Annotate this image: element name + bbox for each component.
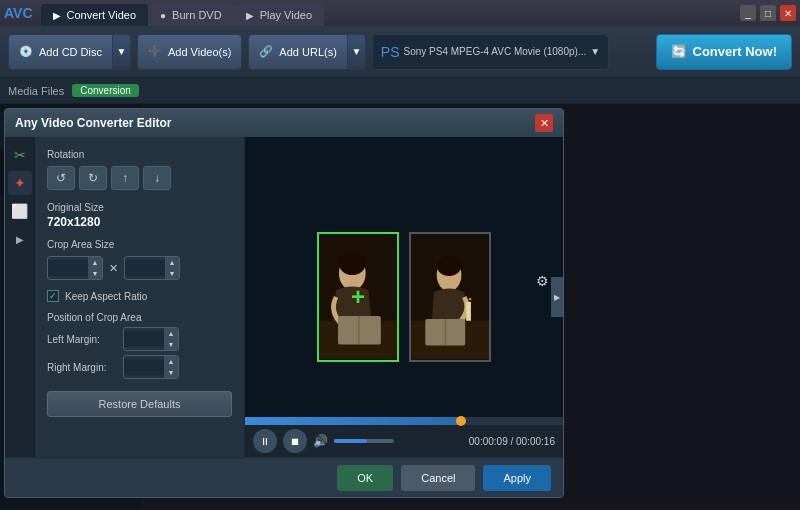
volume-fill xyxy=(334,439,367,443)
volume-slider[interactable] xyxy=(334,439,394,443)
main-toolbar: 💿 Add CD Disc ▼ ➕ Add Video(s) 🔗 Add URL… xyxy=(0,26,800,78)
right-edge-button[interactable]: ▶ xyxy=(551,277,563,317)
settings-panel: Rotation ↺ ↻ ↑ ↓ Original Size 720x1280 … xyxy=(35,137,245,457)
play-tab-icon: ▶ xyxy=(246,10,254,21)
right-margin-label: Right Margin: xyxy=(47,362,117,373)
add-url-split: 🔗 Add URL(s) ▼ xyxy=(248,34,365,70)
tab-bar: ▶ Convert Video ● Burn DVD ▶ Play Video xyxy=(41,0,324,26)
apply-button[interactable]: Apply xyxy=(483,465,551,491)
extra-tool-button[interactable]: ▶ xyxy=(8,227,32,251)
total-time: 00:00:16 xyxy=(516,436,555,447)
maximize-button[interactable]: □ xyxy=(760,5,776,21)
output-format-label: Sony PS4 MPEG-4 AVC Movie (1080p)... xyxy=(404,46,587,57)
rotation-label: Rotation xyxy=(47,149,232,160)
original-size-label: Original Size xyxy=(47,202,232,213)
add-url-label: Add URL(s) xyxy=(279,46,336,58)
preview-frame-left: + xyxy=(317,232,399,362)
rotate-ccw-button[interactable]: ↺ xyxy=(47,166,75,190)
left-margin-row: Left Margin: 0 ▲ ▼ xyxy=(47,327,232,351)
output-format-selector[interactable]: PS Sony PS4 MPEG-4 AVC Movie (1080p)... … xyxy=(372,34,609,70)
preview-panel: + xyxy=(245,137,563,457)
crop-height-input[interactable]: 1280 xyxy=(125,260,165,276)
crop-width-spinners: ▲ ▼ xyxy=(88,257,102,279)
crop-height-input-wrap: 1280 ▲ ▼ xyxy=(124,256,180,280)
time-display: 00:00:09 / 00:00:16 xyxy=(469,436,555,447)
crop-plus-icon: + xyxy=(351,283,365,310)
crop-width-down[interactable]: ▼ xyxy=(88,268,102,279)
editor-tools: ✂ ✦ ⬜ ▶ xyxy=(5,137,35,457)
svg-point-11 xyxy=(437,255,462,276)
add-video-icon: ➕ xyxy=(148,45,162,58)
rotate-cw-button[interactable]: ↻ xyxy=(79,166,107,190)
tab-burn[interactable]: ● Burn DVD xyxy=(148,4,234,26)
current-time: 00:00:09 xyxy=(469,436,508,447)
add-cd-button[interactable]: 💿 Add CD Disc xyxy=(8,34,113,70)
convert-tab-icon: ▶ xyxy=(53,10,61,21)
crop-x-separator: ✕ xyxy=(109,262,118,275)
crop-height-down[interactable]: ▼ xyxy=(165,268,179,279)
close-window-button[interactable]: ✕ xyxy=(780,5,796,21)
burn-tab-icon: ● xyxy=(160,10,166,21)
crop-tool-button[interactable]: ⬜ xyxy=(8,199,32,223)
media-bar: Media Files Conversion xyxy=(0,78,800,104)
left-margin-up[interactable]: ▲ xyxy=(164,328,178,339)
left-margin-down[interactable]: ▼ xyxy=(164,339,178,350)
window-controls: _ □ ✕ xyxy=(740,5,796,21)
crop-width-input[interactable]: 720 xyxy=(48,260,88,276)
minimize-button[interactable]: _ xyxy=(740,5,756,21)
convert-now-button[interactable]: 🔄 Convert Now! xyxy=(656,34,793,70)
scissors-tool-button[interactable]: ✂ xyxy=(8,143,32,167)
add-cd-dropdown[interactable]: ▼ xyxy=(113,34,131,70)
dialog-title: Any Video Converter Editor xyxy=(15,116,171,130)
title-bar: AVC ▶ Convert Video ● Burn DVD ▶ Play Vi… xyxy=(0,0,800,26)
convert-now-label: Convert Now! xyxy=(693,44,778,59)
crop-area-label: Crop Area Size xyxy=(47,239,232,250)
right-margin-input-wrap: 0 ▲ ▼ xyxy=(123,355,179,379)
crop-height-spinners: ▲ ▼ xyxy=(165,257,179,279)
add-url-button[interactable]: 🔗 Add URL(s) xyxy=(248,34,347,70)
dialog-footer: OK Cancel Apply xyxy=(5,457,563,497)
conversion-badge: Conversion xyxy=(72,84,139,97)
add-url-dropdown[interactable]: ▼ xyxy=(348,34,366,70)
tab-convert[interactable]: ▶ Convert Video xyxy=(41,4,149,26)
effects-tool-button[interactable]: ✦ xyxy=(8,171,32,195)
position-label: Position of Crop Area xyxy=(47,312,232,323)
media-files-label: Media Files xyxy=(8,85,64,97)
aspect-ratio-checkbox[interactable]: ✓ xyxy=(47,290,59,302)
ok-button[interactable]: OK xyxy=(337,465,393,491)
right-margin-down[interactable]: ▼ xyxy=(164,367,178,378)
pause-button[interactable]: ⏸ xyxy=(253,429,277,453)
right-margin-spinners: ▲ ▼ xyxy=(164,356,178,378)
dialog-close-button[interactable]: ✕ xyxy=(535,114,553,132)
playback-bar: ⏸ ⏹ 🔊 00:00:09 / 00:00:16 xyxy=(245,417,563,457)
stop-button[interactable]: ⏹ xyxy=(283,429,307,453)
crop-inputs: 720 ▲ ▼ ✕ 1280 ▲ xyxy=(47,256,232,280)
left-margin-input[interactable]: 0 xyxy=(124,331,164,347)
flip-v-button[interactable]: ↑ xyxy=(111,166,139,190)
tab-play[interactable]: ▶ Play Video xyxy=(234,4,324,26)
cancel-button[interactable]: Cancel xyxy=(401,465,475,491)
right-margin-input[interactable]: 0 xyxy=(124,359,164,375)
rotation-buttons: ↺ ↻ ↑ ↓ xyxy=(47,166,232,190)
crop-width-up[interactable]: ▲ xyxy=(88,257,102,268)
flip-h-button[interactable]: ↓ xyxy=(143,166,171,190)
aspect-ratio-label: Keep Aspect Ratio xyxy=(65,291,147,302)
seek-thumb[interactable] xyxy=(456,416,466,426)
svg-rect-12 xyxy=(466,302,471,321)
cd-icon: 💿 xyxy=(19,45,33,58)
right-margin-row: Right Margin: 0 ▲ ▼ xyxy=(47,355,232,379)
add-cd-label: Add CD Disc xyxy=(39,46,102,58)
dialog-overlay: Any Video Converter Editor ✕ ✂ ✦ ⬜ ▶ R xyxy=(0,104,800,510)
seek-fill xyxy=(245,417,461,425)
restore-defaults-button[interactable]: Restore Defaults xyxy=(47,391,232,417)
playback-controls: ⏸ ⏹ 🔊 00:00:09 / 00:00:16 xyxy=(245,425,563,457)
svg-point-5 xyxy=(339,252,366,275)
main-area: youtube shorts ↻ ✕ 🗑 + 00:00:16.8 H264 7… xyxy=(0,104,800,510)
left-margin-input-wrap: 0 ▲ ▼ xyxy=(123,327,179,351)
seek-bar[interactable] xyxy=(245,417,563,425)
aspect-ratio-checkbox-row[interactable]: ✓ Keep Aspect Ratio xyxy=(47,290,232,302)
crop-height-up[interactable]: ▲ xyxy=(165,257,179,268)
add-video-button[interactable]: ➕ Add Video(s) xyxy=(137,34,242,70)
right-margin-up[interactable]: ▲ xyxy=(164,356,178,367)
settings-gear-button[interactable]: ⚙ xyxy=(536,273,549,289)
